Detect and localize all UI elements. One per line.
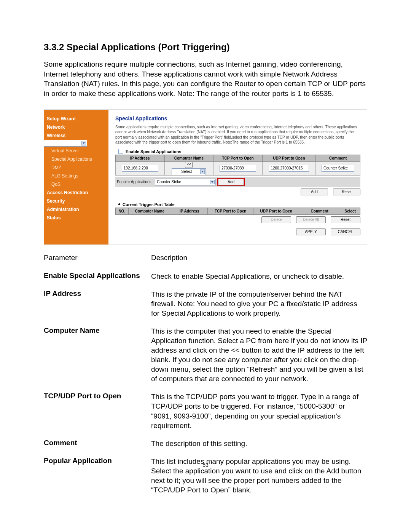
col-udp: UDP Port to Open [262, 155, 315, 161]
enable-row: Enable Special Applications [118, 149, 360, 154]
popular-add-button[interactable]: Add [218, 179, 244, 185]
param-row: IP Address This is the private IP of the… [44, 289, 367, 318]
col-comment: Comment [316, 155, 360, 161]
page-number: 53 [0, 462, 411, 468]
col2-comment: Comment [299, 208, 340, 214]
nav-alg-settings[interactable]: ALG Settings [44, 172, 108, 180]
col2-udp: UDP Port to Open [253, 208, 299, 214]
col2-computer-name: Computer Name [128, 208, 171, 214]
param-row: TCP/UDP Port to Open This is the TCP/UDP… [44, 392, 367, 430]
col-tcp: TCP Port to Open [213, 155, 263, 161]
add-button[interactable]: Add [301, 189, 328, 195]
nav-security[interactable]: Security [44, 197, 108, 205]
apply-button[interactable]: APPLY [296, 228, 326, 235]
col2-select: Select [340, 208, 360, 214]
udp-input[interactable]: 1200,27000-27015 [269, 165, 309, 172]
param-row: Enable Special Applications Check to ena… [44, 272, 367, 281]
cancel-button[interactable]: CANCEL [331, 228, 360, 235]
copy-ip-button[interactable]: << [185, 162, 193, 168]
comment-input[interactable]: Counter Strike [322, 165, 354, 172]
ip-input[interactable]: 192.168.2.200 [122, 165, 158, 172]
enable-label: Enable Special Applications [126, 149, 181, 154]
col2-ip: IP Address [171, 208, 208, 214]
nav-qos[interactable]: QoS [44, 180, 108, 189]
popular-apps-select[interactable]: Counter Strike [155, 179, 216, 185]
panel-description: Some applications require multiple conne… [115, 125, 360, 145]
popular-apps-row: Popular Applications : Counter Strike Ad… [115, 177, 360, 187]
nav-wireless[interactable]: Wireless [44, 131, 108, 140]
intro-paragraph: Some applications require multiple conne… [44, 59, 367, 99]
nav-special-applications[interactable]: Special Applications [44, 155, 108, 163]
param-desc: This is the private IP of the computer/s… [151, 289, 367, 318]
nav-app-gaming[interactable]: Application & Gaming [44, 140, 87, 147]
reset-button-2[interactable]: Reset [331, 216, 360, 223]
entry-table: IP Address Computer Name TCP Port to Ope… [115, 155, 360, 176]
apply-row: APPLY CANCEL [115, 228, 360, 235]
param-name: Computer Name [44, 326, 151, 335]
col2-tcp: TCP Port to Open [208, 208, 253, 214]
col-computer-name: Computer Name [164, 155, 213, 161]
param-name: TCP/UDP Port to Open [44, 392, 151, 400]
header-description: Description [151, 254, 187, 262]
param-desc: The description of this setting. [151, 439, 367, 448]
section-heading: 3.3.2 Special Applications (Port Trigger… [44, 42, 367, 53]
delete-row: Delete Delete All Reset [115, 216, 360, 223]
nav-virtual-server[interactable]: Virtual Server [44, 147, 108, 155]
param-name: Enable Special Applications [44, 272, 151, 280]
nav-dmz[interactable]: DMZ [44, 163, 108, 172]
trigger-table: NO. Computer Name IP Address TCP Port to… [115, 208, 360, 215]
nav-access-restriction[interactable]: Access Restriction [44, 189, 108, 197]
trigger-table-heading: Current Trigger-Port Table [118, 202, 360, 207]
router-screenshot: Setup Wizard Network Wireless Applicatio… [44, 109, 367, 245]
param-desc: Check to enable Special Applications, or… [151, 272, 367, 281]
delete-button[interactable]: Delete [261, 216, 291, 223]
param-row: Comment The description of this setting. [44, 439, 367, 448]
add-reset-row: Add Reset [115, 189, 360, 195]
enable-checkbox[interactable] [118, 149, 123, 154]
delete-all-button[interactable]: Delete All [296, 216, 326, 223]
param-name: Comment [44, 439, 151, 447]
main-panel: Special Applications Some applications r… [108, 110, 367, 244]
col-ip: IP Address [116, 155, 165, 161]
highlight-box: Add [217, 178, 245, 186]
col2-no: NO. [116, 208, 129, 214]
tcp-input[interactable]: 27030-27039 [220, 165, 256, 172]
header-parameter: Parameter [44, 254, 151, 262]
param-desc: This is the TCP/UDP ports you want to tr… [151, 392, 367, 430]
param-desc-header: Parameter Description [44, 254, 367, 263]
computer-name-select[interactable]: ------Select------ [172, 168, 206, 175]
nav-network[interactable]: Network [44, 123, 108, 131]
nav-administration[interactable]: Administration [44, 205, 108, 214]
nav-setup-wizard[interactable]: Setup Wizard [44, 115, 108, 123]
nav-status[interactable]: Status [44, 214, 108, 222]
param-name: IP Address [44, 289, 151, 298]
panel-title: Special Applications [115, 115, 360, 121]
reset-button-1[interactable]: Reset [333, 189, 360, 195]
popular-apps-label: Popular Applications : [117, 180, 153, 184]
param-row: Computer Name This is the computer that … [44, 326, 367, 383]
router-sidebar: Setup Wizard Network Wireless Applicatio… [44, 110, 108, 244]
param-desc: This is the computer that you need to en… [151, 326, 367, 383]
